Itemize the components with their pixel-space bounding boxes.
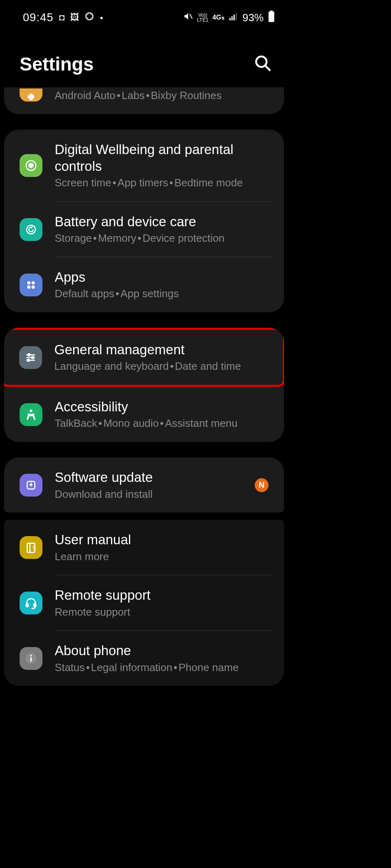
settings-item-accessibility[interactable]: Accessibility TalkBack•Mono audio•Assist…: [4, 387, 284, 442]
svg-line-1: [190, 14, 192, 19]
svg-point-17: [28, 353, 30, 356]
settings-item-title: Software update: [55, 469, 242, 486]
settings-item-title: User manual: [55, 531, 273, 548]
info-icon: [20, 647, 42, 670]
settings-item-digital-wellbeing[interactable]: Digital Wellbeing and parental controls …: [4, 130, 284, 201]
settings-item-subtitle: Download and install: [55, 488, 242, 501]
settings-group-info: ? User manual Learn more Remote support: [4, 520, 284, 686]
settings-group-truncated: Android Auto•Labs•Bixby Routines: [4, 87, 284, 114]
update-icon: [20, 474, 42, 497]
settings-item-title: Accessibility: [55, 398, 273, 415]
svg-point-19: [32, 356, 34, 358]
page-title: Settings: [20, 53, 93, 75]
svg-point-22: [30, 409, 33, 412]
status-time: 09:45: [23, 11, 53, 24]
settings-item-subtitle: Status•Legal information•Phone name: [55, 661, 273, 675]
network-4g-icon: 4G⇅: [213, 14, 224, 21]
settings-item-title: Apps: [55, 269, 273, 285]
settings-item-title: General management: [54, 341, 271, 358]
search-button[interactable]: [254, 54, 272, 74]
svg-rect-7: [270, 11, 273, 12]
signal-icon: [229, 11, 238, 24]
svg-rect-6: [269, 11, 274, 22]
svg-rect-28: [34, 603, 36, 607]
settings-item-subtitle: Storage•Memory•Device protection: [55, 232, 273, 245]
svg-point-13: [31, 281, 35, 284]
status-app-icon: [85, 12, 94, 23]
settings-item-about-phone[interactable]: About phone Status•Legal information•Pho…: [4, 631, 284, 686]
search-icon: [254, 54, 272, 72]
status-dot-icon: ●: [100, 14, 103, 21]
settings-item-title: Battery and device care: [55, 213, 273, 230]
svg-line-9: [265, 66, 271, 71]
sliders-icon: [19, 346, 42, 369]
svg-rect-5: [235, 13, 237, 20]
svg-point-8: [256, 57, 267, 67]
settings-item-apps[interactable]: Apps Default apps•App settings: [4, 257, 284, 312]
svg-point-0: [86, 13, 93, 20]
settings-item-subtitle: Learn more: [55, 550, 273, 564]
svg-rect-27: [26, 603, 28, 607]
device-care-icon: [20, 218, 42, 241]
status-bar: 09:45 ◘ 🖼 ● Vo))LTE1 4G⇅ 93%: [0, 0, 288, 29]
settings-item-user-manual[interactable]: ? User manual Learn more: [4, 520, 284, 575]
settings-item-battery-care[interactable]: Battery and device care Storage•Memory•D…: [4, 202, 284, 257]
highlight-general-management: General management Language and keyboard…: [4, 328, 284, 387]
svg-point-14: [27, 285, 31, 289]
settings-item-software-update[interactable]: Software update Download and install N: [4, 457, 284, 512]
battery-icon: [268, 11, 275, 24]
settings-item-subtitle: TalkBack•Mono audio•Assistant menu: [55, 417, 273, 431]
header: Settings: [0, 29, 288, 87]
svg-point-15: [31, 285, 35, 289]
battery-percent: 93%: [242, 11, 264, 24]
mute-icon: [183, 11, 193, 24]
status-lock-icon: ◘: [59, 12, 64, 23]
svg-point-21: [27, 359, 29, 361]
settings-item-subtitle: Language and keyboard•Date and time: [54, 360, 271, 373]
settings-group-update: Software update Download and install N: [4, 457, 284, 512]
settings-item-subtitle: Screen time•App timers•Bedtime mode: [55, 176, 273, 190]
manual-icon: ?: [20, 536, 42, 559]
settings-item-general-management[interactable]: General management Language and keyboard…: [4, 330, 283, 385]
svg-rect-2: [229, 18, 231, 20]
svg-rect-25: [29, 543, 31, 552]
settings-item-title: About phone: [55, 642, 273, 659]
apps-grid-icon: [20, 274, 42, 296]
settings-group-management: General management Language and keyboard…: [4, 328, 284, 442]
settings-item-subtitle: Remote support: [55, 605, 273, 619]
svg-point-11: [27, 225, 35, 234]
settings-item-remote-support[interactable]: Remote support Remote support: [4, 575, 284, 630]
settings-item-subtitle: Default apps•App settings: [55, 287, 273, 301]
svg-rect-32: [30, 657, 31, 662]
advanced-features-icon: [20, 88, 42, 102]
svg-point-31: [30, 655, 32, 656]
settings-item-title: Remote support: [55, 587, 273, 603]
headset-icon: [20, 592, 42, 614]
volte-icon: Vo))LTE1: [197, 13, 209, 22]
svg-rect-3: [231, 16, 233, 20]
settings-item-subtitle: Android Auto•Labs•Bixby Routines: [55, 89, 273, 103]
heart-circle-icon: [20, 154, 42, 177]
svg-rect-4: [233, 15, 235, 20]
svg-point-12: [27, 281, 31, 284]
notification-badge: N: [255, 478, 269, 492]
status-photo-icon: 🖼: [70, 12, 79, 23]
settings-group-wellbeing: Digital Wellbeing and parental controls …: [4, 130, 284, 312]
settings-item-title: Digital Wellbeing and parental controls: [55, 141, 273, 175]
accessibility-icon: [20, 403, 42, 426]
svg-text:?: ?: [32, 545, 36, 551]
settings-item-advanced-features[interactable]: Android Auto•Labs•Bixby Routines: [4, 87, 284, 114]
